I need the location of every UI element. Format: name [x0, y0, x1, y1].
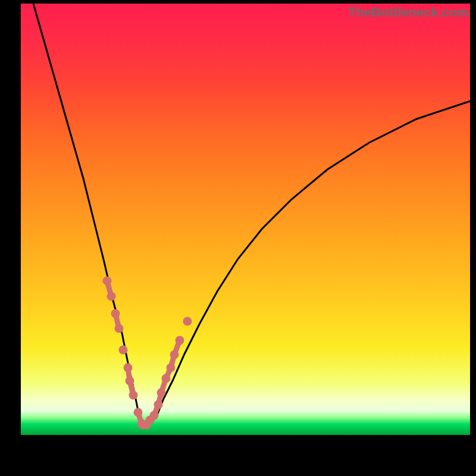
chart-svg — [0, 0, 476, 476]
data-point — [183, 317, 192, 326]
data-point — [129, 391, 138, 400]
data-point — [115, 324, 124, 333]
watermark-text: TheBottleneck.com — [348, 5, 469, 20]
curve-group — [33, 4, 470, 425]
bottleneck-curve — [33, 4, 470, 425]
data-points-group — [103, 277, 192, 430]
data-point — [119, 346, 128, 355]
data-point — [107, 292, 116, 301]
chart-container: TheBottleneck.com — [0, 0, 476, 476]
data-point — [176, 336, 184, 345]
